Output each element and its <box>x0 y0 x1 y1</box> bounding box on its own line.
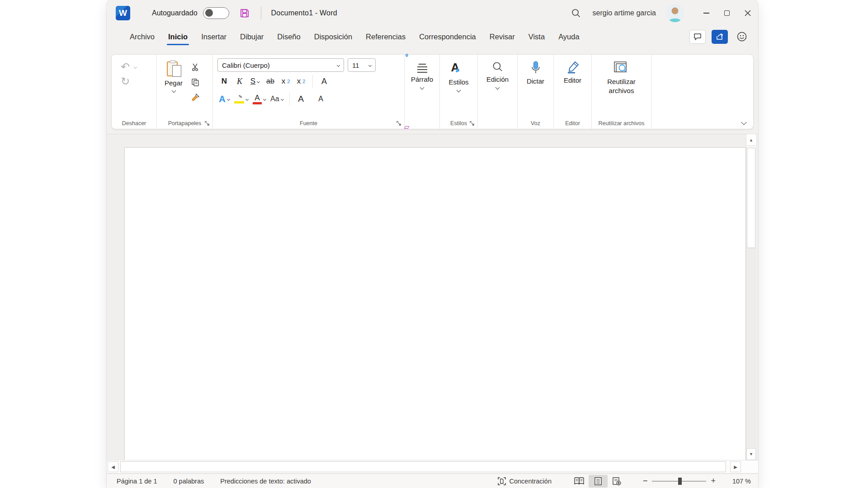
close-button[interactable] <box>737 0 758 26</box>
font-name-value: Calibri (Cuerpo) <box>222 61 270 69</box>
tab-vista[interactable]: Vista <box>522 26 552 47</box>
reuse-files-button[interactable]: Reutilizararchivos <box>594 59 648 96</box>
styles-button[interactable]: A Estilos <box>443 59 475 92</box>
underline-dropdown-icon[interactable] <box>257 80 260 83</box>
avatar[interactable] <box>666 4 684 22</box>
italic-button[interactable]: K <box>233 75 246 88</box>
share-button[interactable] <box>712 30 728 44</box>
zoom-slider-handle[interactable] <box>678 478 682 485</box>
paragraph-button[interactable]: Párrafo <box>407 59 437 89</box>
ribbon-panel: ↶ ↻ Deshacer Pegar <box>111 54 754 129</box>
status-bar: Página 1 de 1 0 palabras Predicciones de… <box>107 474 758 488</box>
group-deshacer: ↶ ↻ Deshacer <box>112 55 157 129</box>
web-layout-button[interactable] <box>608 475 627 488</box>
chevron-down-icon <box>420 85 425 90</box>
underline-button[interactable]: S <box>248 75 262 88</box>
zoom-level[interactable]: 107 % <box>727 478 751 485</box>
strikethrough-button[interactable]: ab <box>264 75 277 88</box>
scroll-up-icon[interactable]: ▲ <box>746 134 756 146</box>
font-size-select[interactable]: 11 <box>348 58 376 72</box>
styles-dialog-launcher-icon[interactable] <box>470 121 475 126</box>
title-bar: W Autoguardado Documento1 - Word sergio … <box>107 0 758 26</box>
dictate-button[interactable]: Dictar <box>520 59 551 85</box>
vertical-scrollbar[interactable]: ▲ ▼ <box>746 134 756 460</box>
web-layout-icon <box>613 477 621 485</box>
cut-icon[interactable] <box>189 62 201 73</box>
scroll-left-icon[interactable]: ◀ <box>108 461 118 472</box>
redo-icon[interactable]: ↻ <box>121 76 130 86</box>
zoom-slider[interactable] <box>652 481 706 482</box>
tab-revisar[interactable]: Revisar <box>483 26 522 47</box>
reuse-files-icon <box>613 61 630 75</box>
change-case-button[interactable]: Aa <box>269 92 285 106</box>
shrink-font-button[interactable]: A˅ <box>314 92 328 106</box>
account-name[interactable]: sergio artime garcia <box>593 9 656 17</box>
feedback-smiley-icon[interactable] <box>734 30 750 44</box>
chevron-down-icon[interactable] <box>227 97 230 100</box>
tab-ayuda[interactable]: Ayuda <box>552 26 586 47</box>
tab-dibujar[interactable]: Dibujar <box>233 26 270 47</box>
editor-button[interactable]: Editor <box>557 59 589 84</box>
tab-inicio[interactable]: Inicio <box>161 26 194 47</box>
highlight-color-swatch <box>234 101 244 103</box>
horizontal-scrollbar[interactable]: ◀ ▶ <box>107 460 758 474</box>
document-page[interactable] <box>124 147 746 460</box>
font-name-select[interactable]: Calibri (Cuerpo) <box>217 58 344 72</box>
scroll-right-icon[interactable]: ▶ <box>730 461 741 472</box>
undo-icon[interactable]: ↶ <box>121 62 130 72</box>
autosave-toggle[interactable] <box>203 7 229 19</box>
zoom-in-icon[interactable]: + <box>706 476 720 486</box>
clear-formatting-button[interactable]: A <box>317 75 331 88</box>
editing-button[interactable]: Edición <box>481 59 514 89</box>
group-portapapeles: Pegar Portapapeles <box>157 55 213 129</box>
tab-referencias[interactable]: Referencias <box>359 26 412 47</box>
vertical-scroll-thumb[interactable] <box>747 148 755 248</box>
page-indicator[interactable]: Página 1 de 1 <box>117 478 157 485</box>
font-color-button[interactable]: A <box>251 92 267 106</box>
chevron-down-icon[interactable] <box>245 97 249 100</box>
tab-correspondencia[interactable]: Correspondencia <box>412 26 483 47</box>
superscript-button[interactable]: x2 <box>294 75 308 88</box>
chevron-down-icon[interactable] <box>281 97 284 100</box>
word-count[interactable]: 0 palabras <box>174 478 204 485</box>
read-mode-button[interactable] <box>570 475 589 488</box>
focus-mode-button[interactable]: Concentración <box>498 477 552 485</box>
text-predictions-status[interactable]: Predicciones de texto: activado <box>220 478 311 485</box>
paste-button[interactable]: Pegar <box>160 59 188 117</box>
chevron-down-icon[interactable] <box>263 97 266 100</box>
undo-dropdown-icon[interactable] <box>134 65 137 68</box>
save-icon[interactable] <box>239 8 250 19</box>
maximize-button[interactable] <box>717 0 737 26</box>
highlight-color-button[interactable] <box>233 92 250 106</box>
scroll-down-icon[interactable]: ▼ <box>746 448 756 460</box>
word-app-icon[interactable]: W <box>116 6 130 20</box>
chevron-down-icon <box>337 63 340 66</box>
grow-font-button[interactable]: A^ <box>294 92 308 106</box>
font-dialog-launcher-icon[interactable] <box>396 121 401 126</box>
zoom-out-icon[interactable]: − <box>638 476 652 486</box>
tab-diseno[interactable]: Diseño <box>270 26 307 47</box>
horizontal-scroll-thumb[interactable] <box>120 461 726 472</box>
divider <box>289 93 290 105</box>
print-layout-button[interactable] <box>589 475 608 488</box>
tab-insertar[interactable]: Insertar <box>194 26 233 47</box>
ribbon-tab-bar: Archivo Inicio Insertar Dibujar Diseño D… <box>107 26 758 47</box>
format-painter-icon[interactable] <box>189 92 201 103</box>
comments-button[interactable] <box>689 30 706 44</box>
paste-dropdown-icon[interactable] <box>171 89 176 93</box>
bold-button[interactable]: N <box>217 75 231 88</box>
copy-icon[interactable] <box>189 77 201 88</box>
group-parrafo: Párrafo <box>405 55 440 129</box>
subscript-button[interactable]: x2 <box>279 75 292 88</box>
document-area: ▲ ▼ <box>107 134 758 460</box>
group-label-editor: Editor <box>554 120 591 127</box>
clipboard-dialog-launcher-icon[interactable] <box>205 121 210 126</box>
tab-archivo[interactable]: Archivo <box>123 26 161 47</box>
group-reutilizar-archivos: Reutilizararchivos Reutilizar archivos <box>592 55 651 129</box>
minimize-button[interactable] <box>696 0 717 26</box>
tab-disposicion[interactable]: Disposición <box>307 26 359 47</box>
focus-icon <box>498 477 506 485</box>
vertical-scroll-track[interactable] <box>746 248 756 448</box>
search-icon[interactable] <box>571 8 581 18</box>
text-effects-button[interactable]: A <box>217 92 231 106</box>
